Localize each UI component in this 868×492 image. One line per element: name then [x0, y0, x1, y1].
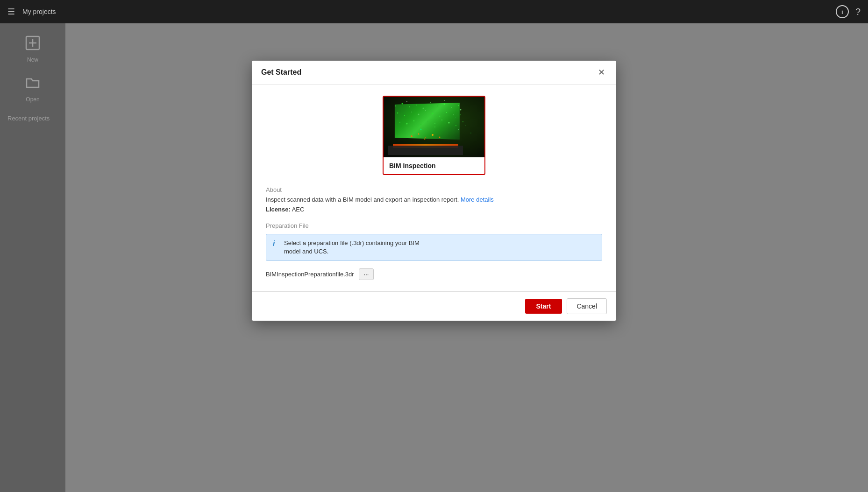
- svg-point-19: [439, 116, 441, 117]
- svg-point-10: [444, 104, 445, 105]
- main-area: New Open Recent projects Get Started ✕: [0, 23, 868, 492]
- point-cloud-svg: [384, 97, 485, 157]
- svg-point-12: [458, 105, 459, 106]
- svg-point-25: [413, 120, 414, 121]
- dialog-body: BIM Inspection About Inspect scanned dat…: [252, 84, 616, 291]
- topbar: ☰ My projects i ?: [0, 0, 868, 23]
- svg-point-8: [430, 102, 431, 103]
- info-box: i Select a preparation file (.3dr) conta…: [266, 234, 602, 261]
- svg-point-41: [458, 129, 459, 130]
- svg-point-14: [404, 115, 405, 116]
- svg-point-24: [406, 123, 408, 125]
- close-button[interactable]: ✕: [596, 67, 607, 77]
- file-name: BIMInspectionPreparationfile.3dr: [266, 271, 354, 278]
- dialog-header: Get Started ✕: [252, 61, 616, 84]
- svg-point-22: [460, 109, 462, 111]
- project-card-image: [384, 97, 485, 157]
- topbar-left: ☰ My projects: [7, 7, 56, 17]
- scan-visual: [384, 97, 485, 157]
- svg-point-6: [416, 105, 417, 105]
- svg-point-4: [402, 103, 403, 105]
- svg-point-36: [432, 134, 434, 136]
- svg-point-40: [420, 129, 422, 130]
- svg-point-7: [423, 108, 424, 109]
- svg-point-37: [439, 137, 441, 138]
- svg-point-20: [446, 112, 447, 113]
- svg-point-33: [411, 135, 413, 137]
- get-started-dialog: Get Started ✕: [252, 61, 616, 321]
- prep-section-label: Preparation File: [266, 222, 602, 229]
- svg-point-16: [418, 114, 420, 115]
- info-icon: i: [273, 239, 279, 249]
- svg-point-38: [406, 101, 407, 102]
- start-button[interactable]: Start: [525, 299, 562, 314]
- svg-point-32: [462, 121, 463, 122]
- project-card-bim-inspection[interactable]: BIM Inspection: [383, 96, 485, 175]
- about-text: Inspect scanned data with a BIM model an…: [266, 196, 602, 203]
- svg-point-30: [448, 122, 450, 124]
- svg-point-9: [437, 105, 438, 106]
- svg-point-34: [418, 134, 420, 135]
- svg-point-15: [411, 112, 412, 112]
- topbar-right: i ?: [836, 5, 861, 18]
- info-message: Select a preparation file (.3dr) contain…: [284, 239, 420, 256]
- svg-point-13: [397, 112, 398, 114]
- svg-point-17: [425, 110, 426, 111]
- hamburger-icon[interactable]: ☰: [7, 7, 15, 17]
- dialog-title: Get Started: [261, 68, 301, 77]
- topbar-title: My projects: [22, 8, 56, 15]
- svg-point-28: [434, 123, 435, 124]
- preparation-file-section: Preparation File i Select a preparation …: [266, 222, 602, 280]
- about-section-label: About: [266, 186, 602, 193]
- svg-point-29: [441, 119, 442, 120]
- file-row: BIMInspectionPreparationfile.3dr ···: [266, 268, 602, 280]
- more-details-link[interactable]: More details: [461, 196, 494, 203]
- dialog-footer: Start Cancel: [252, 291, 616, 321]
- svg-point-39: [444, 100, 445, 101]
- svg-point-27: [427, 121, 429, 122]
- svg-point-21: [453, 114, 454, 115]
- browse-button[interactable]: ···: [359, 268, 374, 280]
- svg-point-31: [455, 125, 456, 126]
- svg-point-35: [425, 137, 426, 138]
- license-text: License: AEC: [266, 206, 602, 213]
- info-icon[interactable]: i: [836, 5, 849, 18]
- project-card-wrapper: BIM Inspection: [266, 96, 602, 175]
- svg-point-18: [432, 113, 433, 114]
- question-icon[interactable]: ?: [855, 7, 861, 17]
- svg-point-26: [420, 124, 421, 125]
- svg-point-3: [395, 105, 396, 106]
- svg-point-5: [409, 106, 410, 107]
- svg-point-11: [451, 107, 452, 108]
- project-card-name: BIM Inspection: [384, 157, 484, 174]
- cancel-button[interactable]: Cancel: [567, 298, 607, 314]
- svg-point-23: [399, 122, 400, 123]
